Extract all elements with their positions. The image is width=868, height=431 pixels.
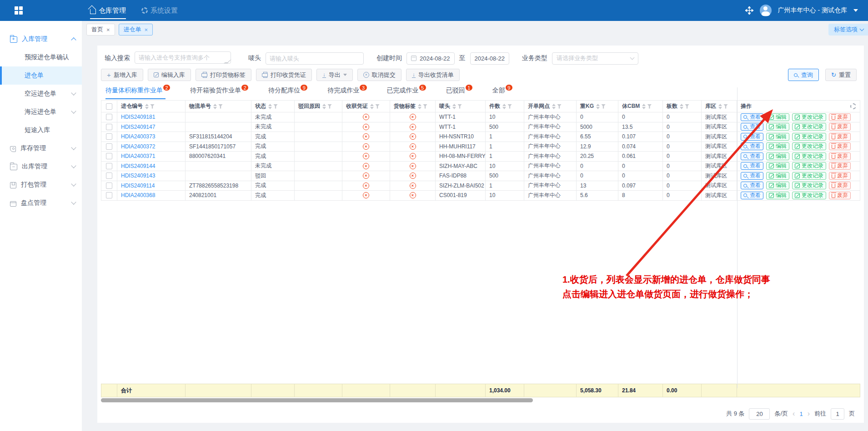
view-button[interactable]: 查看 [741, 113, 763, 121]
user-dropdown-caret-icon[interactable] [853, 9, 858, 12]
discard-button[interactable]: 废弃 [829, 113, 851, 121]
sidebar-item-inventory-management[interactable]: 库存管理 [0, 139, 82, 157]
table-row[interactable]: HDIS2409147 未完成 × × WTT-1 500 广州丰年中心 500… [101, 122, 860, 132]
filter-icon[interactable] [423, 104, 427, 109]
edit-button[interactable]: 编辑 [766, 113, 789, 121]
tab-rejected[interactable]: 已驳回1 [446, 86, 472, 100]
sort-icons[interactable] [145, 104, 149, 109]
col-header-branch[interactable]: 开单网点 [524, 101, 577, 112]
query-button[interactable]: 查询 [788, 69, 819, 81]
export-button[interactable]: ↓ 导出 [316, 69, 353, 81]
discard-button[interactable]: 废弃 [829, 182, 851, 189]
select-all-checkbox[interactable] [106, 103, 112, 110]
col-header-marks[interactable]: 唛头 [436, 101, 486, 112]
sort-icons[interactable] [552, 104, 556, 109]
change-record-button[interactable]: 更改记录 [792, 142, 826, 150]
edit-button[interactable]: 编辑 [766, 192, 789, 199]
sidebar-item-short-haul-inbound[interactable]: 短途入库 [0, 121, 82, 139]
discard-button[interactable]: 废弃 [829, 152, 851, 160]
table-row[interactable]: HDIS2409114 ZT78826558523198 完成 × × SIZH… [101, 181, 860, 191]
col-header-logistics-number[interactable]: 物流单号 [186, 101, 251, 112]
scrollbar-thumb[interactable] [101, 398, 533, 402]
sidebar-item-air-entry-order[interactable]: 空运进仓单 [0, 85, 82, 103]
edit-button[interactable]: 编辑 [766, 152, 789, 160]
current-page[interactable]: 1 [799, 411, 803, 417]
sort-icons[interactable] [322, 104, 326, 109]
goto-page-input[interactable] [831, 408, 844, 420]
edit-button[interactable]: 编辑 [766, 172, 789, 180]
tab-options-button[interactable]: 标签选项 [828, 24, 868, 35]
sidebar-item-entry-order[interactable]: 进仓单 [0, 66, 82, 85]
change-record-button[interactable]: 更改记录 [792, 182, 826, 189]
tab-chip-entry-order[interactable]: 进仓单 × [119, 24, 153, 35]
table-row[interactable]: HDIS2409181 未完成 × × WTT-1 10 广州丰年中心 0 0 … [101, 112, 860, 122]
sort-icons[interactable] [268, 104, 272, 109]
tab-pending-measure-weigh[interactable]: 待量体积称重作业单2 [105, 86, 170, 100]
sidebar-item-outbound-management[interactable]: 出库管理 [0, 157, 82, 176]
business-type-select[interactable]: 请选择业务类型 [552, 52, 638, 65]
entry-number-link[interactable]: HDIS2409114 [121, 183, 155, 189]
col-header-status[interactable]: 状态 [251, 101, 295, 112]
row-checkbox[interactable] [106, 163, 112, 169]
table-row[interactable]: HDIS2409143 驳回 × × FAS-IDP88 500 广州丰年中心 … [101, 171, 860, 181]
nav-warehouse-management[interactable]: 仓库管理 [90, 0, 126, 21]
col-header-goods-label[interactable]: 货物标签 [390, 101, 436, 112]
table-row[interactable]: HDIA2400368 240821001 完成 × × CS001-819 1… [101, 191, 860, 201]
sort-icons[interactable] [452, 104, 456, 109]
change-record-button[interactable]: 更改记录 [792, 192, 826, 199]
row-checkbox[interactable] [106, 153, 112, 159]
page-size-input[interactable] [749, 408, 770, 420]
filter-icon[interactable] [327, 104, 332, 109]
view-button[interactable]: 查看 [741, 152, 763, 160]
change-record-button[interactable]: 更改记录 [792, 133, 826, 141]
export-receipt-list-button[interactable]: ↓ 导出收货清单 [406, 69, 460, 81]
row-checkbox[interactable] [106, 143, 112, 150]
entry-number-link[interactable]: HDIS2409147 [121, 124, 155, 130]
discard-button[interactable]: 废弃 [829, 142, 851, 150]
view-button[interactable]: 查看 [741, 182, 763, 189]
row-checkbox[interactable] [106, 183, 112, 189]
filter-icon[interactable] [557, 104, 562, 109]
tab-pending-complete[interactable]: 待完成作业3 [327, 86, 366, 100]
table-row[interactable]: HDIS2409144 未完成 × × SIZH-MAY-ABC 10 广州丰年… [101, 162, 860, 172]
move-icon[interactable] [745, 6, 753, 15]
add-inbound-button[interactable]: + 新增入库 [101, 69, 143, 81]
date-to-input[interactable]: 2024-08-22 [470, 52, 510, 65]
filter-icon[interactable] [685, 104, 689, 109]
table-row[interactable]: HDIA2400372 SF1441850171057 完成 × × HH-MU… [101, 142, 860, 152]
discard-button[interactable]: 废弃 [829, 192, 851, 199]
sidebar-item-forecast-entry-confirm[interactable]: 预报进仓单确认 [0, 48, 82, 66]
row-checkbox[interactable] [106, 124, 112, 130]
view-button[interactable]: 查看 [741, 162, 763, 170]
col-header-storage-area[interactable]: 库区 [702, 101, 737, 112]
col-header-entry-number[interactable]: 进仓编号 [117, 101, 186, 112]
sort-icons[interactable] [213, 104, 217, 109]
edit-button[interactable]: 编辑 [766, 182, 789, 189]
app-grid-icon[interactable] [15, 6, 23, 15]
tab-pending-unbox-inspect[interactable]: 待开箱验货作业单2 [190, 86, 248, 100]
filter-icon[interactable] [375, 104, 380, 109]
change-record-button[interactable]: 更改记录 [792, 152, 826, 160]
sidebar-item-packing-management[interactable]: 打包管理 [0, 176, 82, 194]
user-warehouse-name[interactable]: 广州丰年中心 - 测试仓库 [778, 6, 847, 15]
row-checkbox[interactable] [106, 114, 112, 120]
user-avatar-icon[interactable] [760, 5, 772, 16]
table-row[interactable]: HDIA2400373 SF311815144204 完成 × × HH-NSN… [101, 132, 860, 142]
reset-button[interactable]: ↻ 重置 [825, 69, 857, 81]
row-checkbox[interactable] [106, 133, 112, 140]
col-header-quantity[interactable]: 件数 [486, 101, 524, 112]
table-row[interactable]: HDIA2400371 880007620341 完成 × × HH-08-MN… [101, 152, 860, 162]
filter-icon[interactable] [273, 104, 278, 109]
edit-button[interactable]: 编辑 [766, 133, 789, 141]
sort-icons[interactable] [680, 104, 683, 109]
sidebar-item-sea-entry-order[interactable]: 海运进仓单 [0, 103, 82, 121]
discard-button[interactable]: 废弃 [829, 172, 851, 180]
entry-number-link[interactable]: HDIS2409143 [121, 172, 155, 179]
sidebar-item-stocktake-management[interactable]: 盘点管理 [0, 194, 82, 212]
tab-all[interactable]: 全部9 [492, 86, 512, 100]
sort-icons[interactable] [418, 104, 421, 109]
cancel-submit-button[interactable]: × 取消提交 [357, 69, 401, 81]
tab-chip-home[interactable]: 首页 × [86, 24, 115, 35]
entry-number-link[interactable]: HDIA2400372 [121, 143, 155, 150]
col-header-volume-cbm[interactable]: 体CBM [618, 101, 663, 112]
